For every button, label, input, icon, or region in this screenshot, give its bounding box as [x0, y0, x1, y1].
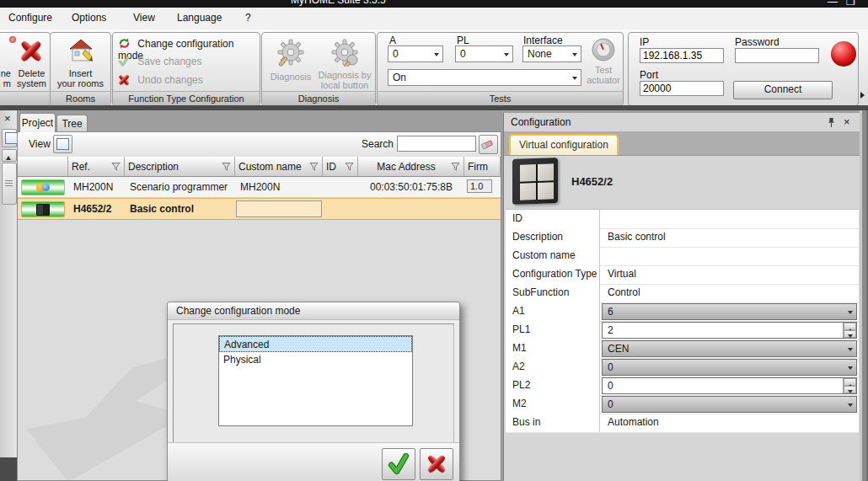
filter-icon[interactable]	[309, 163, 319, 171]
search-input[interactable]	[397, 136, 476, 152]
filter-icon[interactable]	[222, 163, 231, 171]
dock-grid-button[interactable]	[2, 129, 17, 147]
a1-combo[interactable]: 6	[602, 303, 857, 320]
confirm-button[interactable]	[382, 448, 415, 480]
m2-combo[interactable]: 0	[602, 396, 857, 413]
pl-label: PL	[457, 35, 469, 46]
menu-item-options[interactable]: Options	[72, 12, 106, 24]
filter-icon[interactable]	[111, 163, 121, 171]
property-label: Bus in	[506, 414, 600, 432]
cell-ref: MH200N	[68, 177, 125, 197]
interface-combo[interactable]: None	[522, 45, 581, 62]
cancel-button[interactable]	[420, 448, 453, 480]
ribbon-expand-arrow[interactable]	[860, 92, 868, 99]
a-combo[interactable]: 0	[388, 45, 443, 62]
property-row-pl1: PL1 2	[506, 321, 859, 340]
menu-item-view[interactable]: View	[133, 12, 155, 24]
menu-item-configure[interactable]: Configure	[8, 12, 52, 24]
insert-rooms-button[interactable]: Insert your rooms	[54, 36, 107, 90]
diagnosis-button[interactable]: Diagnosis	[265, 36, 316, 90]
property-label: M1	[506, 339, 600, 358]
column-header-mac-address[interactable]: Mac Address	[358, 157, 464, 177]
test-mode-combo[interactable]: On	[388, 69, 581, 86]
property-grid: ID Description Basic control Custom name…	[506, 209, 859, 432]
property-row-pl2: PL2 0	[506, 377, 859, 396]
table-row-h4652-selected[interactable]: H4652/2 Basic control	[18, 198, 501, 220]
configuration-panel: Configuration × Virtual configuration H4…	[503, 113, 860, 481]
save-changes-button[interactable]: Save changes	[118, 56, 256, 71]
spin-down-button[interactable]	[844, 330, 856, 338]
test-actuator-button[interactable]: Test actuator	[587, 37, 620, 89]
column-label: Firm	[468, 161, 488, 173]
property-value[interactable]: Basic control	[601, 228, 859, 247]
column-header-firmware[interactable]: Firm	[464, 157, 501, 177]
m1-combo[interactable]: CEN	[602, 340, 857, 357]
delete-system-button[interactable]: Delete system	[13, 36, 50, 90]
close-icon[interactable]: ×	[844, 116, 850, 128]
column-header-id[interactable]: ID	[323, 157, 358, 177]
scroll-up-button[interactable]	[2, 149, 17, 162]
diagnosis-local-button[interactable]: Diagnosis by local button	[318, 36, 372, 90]
column-label: Description	[128, 161, 179, 173]
property-value[interactable]: Automation	[601, 414, 859, 432]
test-mode-value: On	[393, 72, 406, 83]
cell-custom-name-focused[interactable]	[236, 200, 322, 217]
tab-project[interactable]: Project	[19, 113, 56, 132]
maximize-button[interactable]: ❐	[846, 0, 855, 8]
clear-search-button[interactable]	[479, 135, 498, 154]
configuration-panel-title: Configuration	[504, 113, 860, 131]
column-header-description[interactable]: Description	[125, 157, 235, 177]
column-label: Ref.	[72, 161, 90, 173]
change-config-mode-button[interactable]: Change configuration mode	[118, 37, 256, 52]
pl2-spinner[interactable]: 0	[602, 377, 857, 394]
spin-up-button[interactable]	[844, 378, 856, 386]
spin-up-button[interactable]	[844, 323, 856, 330]
ip-field[interactable]	[640, 48, 724, 63]
option-label: Physical	[223, 354, 261, 366]
a2-combo[interactable]: 0	[602, 359, 857, 376]
property-value[interactable]: Control	[601, 284, 859, 302]
diagnosis-label: Diagnosis	[265, 72, 316, 82]
close-icon[interactable]: ×	[4, 113, 11, 125]
scrollbar-thumb[interactable]	[2, 163, 17, 205]
option-advanced[interactable]: Advanced	[219, 336, 412, 352]
dock-strip: ×	[0, 110, 18, 481]
filter-icon[interactable]	[451, 163, 460, 171]
table-row-mh200n[interactable]: MH200N Scenario programmer MH200N 00:03:…	[18, 177, 501, 198]
tab-tree[interactable]: Tree	[56, 115, 88, 132]
menu-item-language[interactable]: Language	[177, 12, 222, 24]
property-label: M2	[506, 395, 600, 414]
clipped-system-button[interactable]: ne m	[0, 36, 13, 90]
connection-status-indicator	[831, 41, 856, 67]
column-header-custom-name[interactable]: Custom name	[235, 157, 323, 177]
clipped-label-2: m	[3, 78, 11, 88]
column-header-icon[interactable]	[18, 157, 68, 177]
tab-virtual-configuration[interactable]: Virtual configuration	[509, 134, 619, 155]
pl-combo[interactable]: 0	[455, 45, 513, 62]
filter-icon[interactable]	[345, 163, 354, 171]
password-field[interactable]	[735, 48, 819, 63]
cell-firmware: 1.0	[467, 179, 492, 193]
option-label: Advanced	[224, 339, 269, 350]
mode-listbox[interactable]: Advanced Physical	[218, 335, 413, 426]
view-button[interactable]	[53, 135, 72, 153]
pin-icon[interactable]	[827, 117, 836, 128]
pl1-spinner[interactable]: 2	[602, 322, 857, 339]
grip-lines	[5, 180, 13, 181]
port-field[interactable]	[640, 81, 724, 96]
minimize-button[interactable]: —	[828, 0, 838, 8]
spin-down-button[interactable]	[844, 386, 856, 393]
undo-changes-button[interactable]: Undo changes	[118, 74, 256, 89]
connect-button[interactable]: Connect	[733, 81, 833, 99]
property-value[interactable]: Virtual	[601, 265, 859, 284]
ribbon-group-function-type: Change configuration mode Save changes U…	[112, 32, 260, 106]
property-row-a2: A2 0	[506, 358, 859, 377]
cell-ref: H4652/2	[68, 199, 125, 219]
column-header-ref[interactable]: Ref.	[68, 157, 125, 177]
property-value[interactable]	[601, 247, 859, 265]
option-physical[interactable]: Physical	[219, 352, 412, 368]
red-x-icon	[19, 40, 43, 63]
cell-description: Basic control	[125, 199, 235, 219]
property-value[interactable]	[601, 210, 859, 228]
menu-item-help[interactable]: ?	[245, 12, 251, 24]
